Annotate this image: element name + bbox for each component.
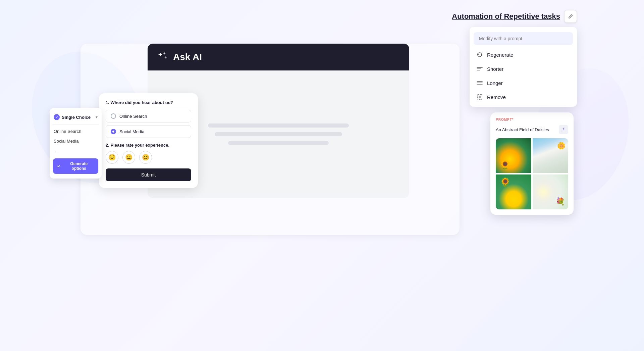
- survey-option-label-1: Online Search: [119, 114, 147, 119]
- prompt-input-row: An Abstract Field of Daisies: [496, 125, 568, 134]
- regenerate-label: Regenerate: [487, 52, 513, 58]
- remove-label: Remove: [487, 94, 506, 100]
- flower-image-1: [496, 138, 531, 173]
- survey-option-online-search[interactable]: Online Search: [106, 110, 191, 122]
- dropdown-item-remove[interactable]: Remove: [470, 90, 577, 104]
- automation-title-highlight: Repetitive tasks: [504, 12, 560, 20]
- survey-question-1: 1. Where did you hear about us?: [106, 100, 191, 105]
- modify-prompt-input[interactable]: [479, 36, 568, 41]
- dropdown-menu: Regenerate Shorter Longer: [470, 27, 577, 107]
- dropdown-item-regenerate[interactable]: Regenerate: [470, 48, 577, 62]
- placeholder-content: [208, 123, 349, 145]
- radio-unchecked-icon: [111, 113, 116, 119]
- sc-divider: [52, 124, 99, 124]
- survey-card: 1. Where did you hear about us? Online S…: [99, 93, 198, 188]
- submit-label: Submit: [141, 172, 156, 178]
- survey-question-2: 2. Please rate your experience.: [106, 143, 191, 148]
- prompt-value: An Abstract Field of Daisies: [496, 127, 549, 132]
- flower-image-2: [533, 138, 568, 173]
- ask-ai-stars-icon: [158, 51, 168, 63]
- svg-point-9: [57, 166, 58, 167]
- placeholder-line-3: [228, 141, 329, 145]
- sc-item-online-search: Online Search: [50, 127, 102, 136]
- ask-ai-header: Ask AI: [148, 44, 409, 70]
- prompt-card: PROMPT* An Abstract Field of Daisies: [490, 112, 574, 215]
- sc-item-dots: ...: [50, 146, 102, 156]
- automation-title: Automation of Repetitive tasks: [452, 12, 560, 21]
- sc-header[interactable]: ✓ Single Choice ▾: [50, 111, 102, 123]
- emoji-rating-row: 😟 😐 😊: [106, 151, 191, 164]
- regenerate-icon: [476, 51, 483, 58]
- sc-header-label: Single Choice: [62, 115, 94, 120]
- generate-options-label: Generate options: [63, 161, 95, 171]
- ask-ai-label: Ask AI: [173, 52, 202, 62]
- flower-image-3: [496, 174, 531, 209]
- prompt-label: PROMPT*: [496, 118, 568, 121]
- remove-icon: [476, 94, 483, 100]
- emoji-neutral-button[interactable]: 😐: [122, 151, 135, 164]
- prompt-input-container[interactable]: [474, 32, 573, 45]
- required-marker: *: [512, 118, 514, 121]
- longer-label: Longer: [487, 80, 503, 86]
- edit-button[interactable]: [564, 10, 577, 23]
- sc-chevron-icon: ▾: [96, 115, 98, 119]
- automation-header: Automation of Repetitive tasks: [452, 10, 577, 23]
- placeholder-line-2: [215, 132, 342, 136]
- dropdown-item-shorter[interactable]: Shorter: [470, 62, 577, 76]
- shorter-label: Shorter: [487, 66, 503, 72]
- sc-item-social-media: Social Media: [50, 136, 102, 146]
- dropdown-item-longer[interactable]: Longer: [470, 76, 577, 90]
- emoji-sad-button[interactable]: 😟: [106, 151, 118, 164]
- sc-check-icon: ✓: [54, 114, 60, 120]
- image-grid: [496, 138, 568, 209]
- generate-options-button[interactable]: Generate options: [53, 158, 98, 174]
- emoji-happy-button[interactable]: 😊: [139, 151, 152, 164]
- flower-image-4: [533, 174, 568, 209]
- longer-icon: [476, 80, 483, 86]
- shorter-icon: [476, 65, 483, 72]
- submit-button[interactable]: Submit: [106, 168, 191, 181]
- radio-checked-icon: [111, 129, 116, 134]
- survey-option-social-media[interactable]: Social Media: [106, 125, 191, 138]
- placeholder-line-1: [208, 123, 349, 128]
- survey-option-label-2: Social Media: [119, 129, 144, 134]
- single-choice-panel: ✓ Single Choice ▾ Online Search Social M…: [50, 108, 102, 179]
- magic-button[interactable]: [559, 125, 568, 134]
